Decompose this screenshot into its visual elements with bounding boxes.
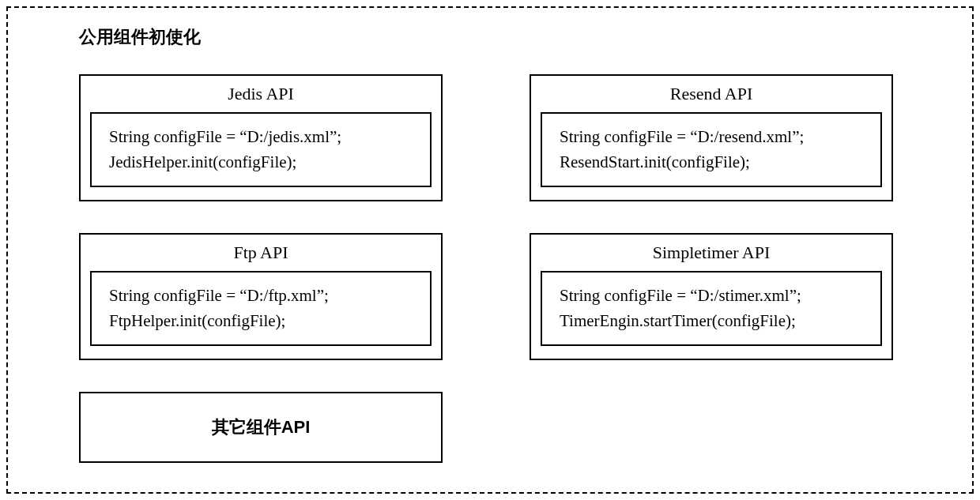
diagram-title: 公用组件初使化	[79, 25, 917, 49]
api-title: Simpletimer API	[541, 242, 882, 263]
code-box: String configFile = “D:/stimer.xml”; Tim…	[541, 271, 882, 346]
api-box-simpletimer: Simpletimer API String configFile = “D:/…	[530, 233, 893, 360]
code-box: String configFile = “D:/jedis.xml”; Jedi…	[90, 112, 432, 187]
diagram-container: 公用组件初使化 Jedis API String configFile = “D…	[6, 6, 974, 494]
api-title: Ftp API	[90, 242, 432, 263]
code-box: String configFile = “D:/ftp.xml”; FtpHel…	[90, 271, 432, 346]
api-box-resend: Resend API String configFile = “D:/resen…	[530, 74, 893, 201]
api-box-ftp: Ftp API String configFile = “D:/ftp.xml”…	[79, 233, 443, 360]
other-label: 其它组件API	[212, 415, 311, 439]
code-box: String configFile = “D:/resend.xml”; Res…	[541, 112, 882, 187]
api-title: Jedis API	[90, 84, 432, 104]
api-grid: Jedis API String configFile = “D:/jedis.…	[79, 74, 917, 463]
api-box-other: 其它组件API	[79, 392, 443, 463]
api-title: Resend API	[541, 84, 882, 104]
api-box-jedis: Jedis API String configFile = “D:/jedis.…	[79, 74, 443, 201]
